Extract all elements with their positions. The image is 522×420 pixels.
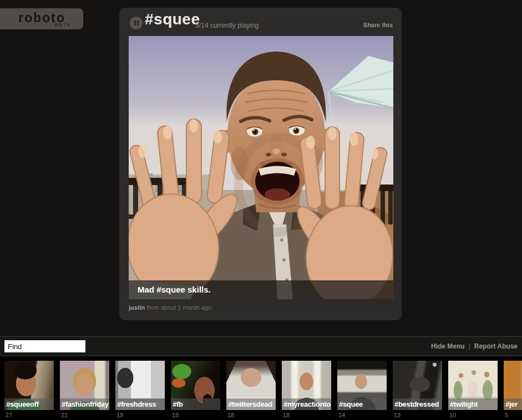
thumbnail-twittersdead[interactable]: #twittersdead 18 <box>226 361 276 418</box>
thumbnail-bestdressed[interactable]: #bestdressed 13 <box>393 361 442 418</box>
thumbnail-hashtag: #fb <box>171 398 220 410</box>
thumbnail-hashtag: #twilight <box>448 398 498 410</box>
hide-menu-link[interactable]: Hide Menu <box>431 342 465 350</box>
bottom-menu-bar: Hide Menu|Report Abuse <box>0 336 522 356</box>
thumbnail-hashtag: #jer <box>504 398 522 410</box>
author-link[interactable]: justin <box>129 304 145 311</box>
hashtag-title: #squee <box>145 11 200 28</box>
beta-badge: BETA <box>55 22 71 27</box>
thumbnail-squee[interactable]: #squee 14 <box>337 361 387 418</box>
attribution-text: from about 1 month ago. <box>145 304 213 311</box>
thumbnail-hashtag: #twittersdead <box>226 398 276 410</box>
thumbnail-hashtag: #squee <box>337 398 387 410</box>
playing-status: 3/14 currently playing <box>195 22 259 29</box>
thumbnail-fashionfriday[interactable]: #fashionfriday 21 <box>60 361 109 418</box>
thumbnail-count: 13 <box>393 412 442 418</box>
hashtag-thumbnail-strip: #squeeoff 27 #fashionfriday 21 #freshdre… <box>0 356 522 420</box>
thumbnail-count: 10 <box>448 412 498 418</box>
menu-links: Hide Menu|Report Abuse <box>431 342 518 350</box>
thumbnail-count: 18 <box>282 412 331 418</box>
app-logo: roboto BETA <box>0 8 83 29</box>
current-photo: Mad #squee skills. <box>129 36 393 299</box>
thumbnail-count: 18 <box>226 412 276 418</box>
find-input[interactable] <box>4 340 85 352</box>
thumbnail-image[interactable]: #jer <box>504 361 522 410</box>
thumbnail-count: 19 <box>115 412 165 418</box>
thumbnail-hashtag: #myreactionto <box>282 398 331 410</box>
thumbnail-image[interactable]: #fb <box>171 361 220 410</box>
thumbnail-count: 27 <box>4 412 54 418</box>
thumbnail-image[interactable]: #myreactionto <box>282 361 331 410</box>
thumbnail-hashtag: #squeeoff <box>4 398 54 410</box>
thumbnail-hashtag: #bestdressed <box>393 398 442 410</box>
thumbnail-freshdress[interactable]: #freshdress 19 <box>115 361 165 418</box>
thumbnail-hashtag: #freshdress <box>115 398 165 410</box>
links-separator: | <box>469 342 470 350</box>
thumbnail-count: 5 <box>504 412 522 418</box>
photo-illustration <box>129 36 393 299</box>
thumbnail-image[interactable]: #twittersdead <box>226 361 276 410</box>
thumbnail-count: 21 <box>60 412 109 418</box>
thumbnail-image[interactable]: #fashionfriday <box>60 361 109 410</box>
thumbnail-jer[interactable]: #jer 5 <box>504 361 522 418</box>
photo-caption: Mad #squee skills. <box>129 280 393 299</box>
share-this-link[interactable]: Share this <box>363 22 393 28</box>
attribution: justin from about 1 month ago. <box>129 304 213 311</box>
thumbnail-twilight[interactable]: #twilight 10 <box>448 361 498 418</box>
thumbnail-image[interactable]: #bestdressed <box>393 361 442 410</box>
thumbnail-image[interactable]: #squeeoff <box>4 361 54 410</box>
thumbnail-image[interactable]: #freshdress <box>115 361 165 410</box>
thumbnail-image[interactable]: #twilight <box>448 361 498 410</box>
pause-icon[interactable] <box>130 17 143 29</box>
thumbnail-count: 14 <box>337 412 387 418</box>
thumbnail-hashtag: #fashionfriday <box>60 398 109 410</box>
thumbnail-count: 18 <box>171 412 220 418</box>
thumbnail-fb[interactable]: #fb 18 <box>171 361 220 418</box>
player-panel: #squee 3/14 currently playing Share this <box>119 8 402 320</box>
thumbnail-squeeoff[interactable]: #squeeoff 27 <box>4 361 54 418</box>
thumbnail-image[interactable]: #squee <box>337 361 387 410</box>
report-abuse-link[interactable]: Report Abuse <box>474 342 518 350</box>
thumbnail-myreactionto[interactable]: #myreactionto 18 <box>282 361 331 418</box>
photo-caption-bar: Mad #squee skills. <box>129 280 393 299</box>
